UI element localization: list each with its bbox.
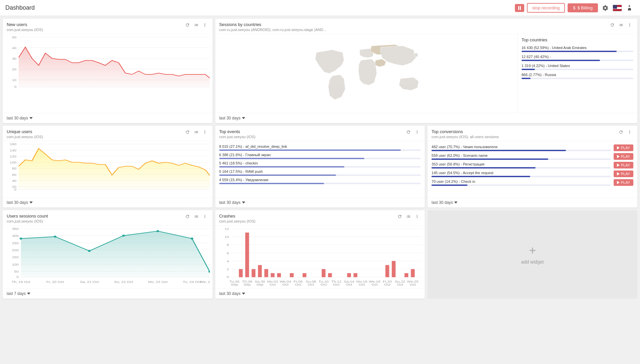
top-events-footer: last 30 days — [215, 197, 425, 208]
crash-x-label: Th,12Oct — [331, 280, 341, 286]
top-conversions-body: 482 user (70.7%) - Чекин пользователя PL… — [427, 141, 637, 197]
svg-text:0: 0 — [227, 275, 229, 278]
crash-x-label: Fr,20Oct — [383, 280, 392, 286]
settings-button[interactable] — [601, 3, 610, 13]
country-bar-bg — [522, 51, 633, 52]
pause-button[interactable] — [515, 4, 524, 12]
country-row: 866 (2.77%) - Russia — [522, 73, 633, 79]
country-bar — [522, 60, 600, 61]
users-sessions-count-refresh-button[interactable] — [184, 214, 191, 220]
users-sessions-count-list-button[interactable] — [193, 214, 200, 220]
crash-bar — [322, 269, 325, 277]
crash-x-label: We,18Oct — [369, 280, 380, 286]
top-conversions-more-button[interactable] — [626, 129, 633, 135]
add-widget-card[interactable]: + add widget — [427, 210, 637, 299]
new-users-more-button[interactable] — [201, 22, 209, 28]
play-button[interactable]: PLAY — [614, 162, 633, 168]
top-events-time-selector[interactable]: last 30 days — [219, 200, 245, 205]
play-button[interactable]: PLAY — [614, 179, 633, 186]
svg-text:350: 350 — [12, 227, 19, 230]
users-sessions-count-header: Users sessions count com.just.seeyou (IO… — [3, 210, 213, 226]
new-users-footer: last 30 days — [3, 113, 213, 123]
users-sessions-count-time-selector[interactable]: last 7 days — [7, 291, 30, 296]
crash-bar — [404, 273, 408, 277]
crash-bar — [252, 269, 255, 277]
svg-point-65 — [156, 230, 159, 232]
crashes-more-button[interactable] — [413, 214, 421, 220]
svg-text:60: 60 — [12, 173, 17, 176]
crash-bar — [290, 273, 293, 277]
stop-recording-button[interactable]: stop recording — [527, 3, 565, 13]
country-label: 16 430 (52.59%) - United Arab Emirates — [522, 46, 633, 50]
svg-text:20: 20 — [12, 68, 16, 71]
svg-point-61 — [20, 238, 22, 240]
svg-text:100: 100 — [10, 161, 16, 164]
unique-users-refresh-button[interactable] — [184, 129, 191, 135]
event-bar — [219, 166, 344, 167]
new-users-time-selector[interactable]: last 30 days — [7, 116, 33, 120]
svg-text:Th, 19 Oct: Th, 19 Oct — [12, 281, 30, 284]
top-conversions-card: Top conversions com.just.seeyou (IOS); a… — [427, 126, 637, 208]
user-icon-button[interactable] — [625, 3, 635, 13]
sessions-countries-list-button[interactable] — [617, 22, 625, 28]
conversion-bar — [431, 176, 530, 177]
add-widget-plus-icon: + — [529, 245, 536, 257]
language-flag[interactable] — [613, 5, 622, 11]
users-sessions-count-footer: last 7 days — [3, 288, 213, 299]
top-events-body: 8 015 (27.1%) - af_did_resolve_deep_link… — [215, 141, 425, 197]
crash-bar — [328, 273, 332, 277]
country-label: 866 (2.77%) - Russia — [522, 73, 633, 77]
svg-text:2: 2 — [227, 268, 229, 271]
crashes-refresh-button[interactable] — [396, 214, 403, 220]
play-button[interactable]: PLAY — [614, 170, 633, 177]
play-button[interactable]: PLAY — [614, 153, 633, 160]
crash-x-label: Su,08Oct — [306, 280, 316, 286]
crash-bar — [347, 273, 351, 277]
conversion-label: 353 user (56.8%) - Регистрация — [431, 162, 611, 166]
crash-bar — [245, 233, 249, 277]
top-events-card: Top events com.just.seeyou (IOS) 8 015 (… — [215, 126, 425, 208]
country-bar-bg — [522, 78, 633, 79]
top-events-more-button[interactable] — [413, 129, 421, 135]
sessions-countries-title: Sessions by countries — [219, 22, 326, 27]
conversion-info: 559 user (62.0%) - Scenario name — [431, 153, 611, 160]
new-users-title: New users — [7, 22, 43, 27]
svg-marker-43 — [19, 148, 210, 190]
country-bar-bg — [522, 60, 633, 61]
unique-users-more-button[interactable] — [201, 129, 209, 135]
top-countries-title: Top countries — [522, 37, 633, 42]
sessions-countries-refresh-button[interactable] — [609, 22, 616, 28]
event-label: 8 015 (27.1%) - af_did_resolve_deep_link — [219, 144, 421, 148]
unique-users-time-selector[interactable]: last 30 days — [7, 200, 33, 205]
new-users-list-button[interactable] — [193, 22, 200, 28]
sessions-countries-footer: last 30 days — [215, 113, 637, 123]
crashes-time-selector[interactable]: last 30 days — [219, 291, 245, 296]
crashes-subtitle: com.just.seeyou (IOS) — [219, 219, 256, 223]
top-events-refresh-button[interactable] — [405, 129, 412, 135]
sessions-countries-more-button[interactable] — [626, 22, 633, 28]
country-label: 1 319 (4.22%) - United States — [522, 64, 633, 68]
crashes-list-button[interactable] — [405, 214, 412, 220]
conversion-bar — [431, 185, 467, 186]
top-events-subtitle: com.just.seeyou (IOS) — [219, 135, 256, 139]
unique-users-header: Unique users com.just.seeyou (IOS) — [3, 126, 213, 141]
dashboard-grid: New users com.just.seeyou (IOS) — [0, 16, 640, 301]
sessions-countries-time-selector[interactable]: last 30 days — [219, 116, 245, 120]
new-users-refresh-button[interactable] — [184, 22, 191, 28]
top-conversions-time-selector[interactable]: last 30 days — [431, 200, 457, 205]
world-map — [215, 34, 517, 113]
crash-bar — [392, 261, 395, 277]
svg-marker-60 — [21, 231, 210, 277]
svg-text:120: 120 — [10, 155, 16, 158]
unique-users-list-button[interactable] — [193, 129, 200, 135]
top-conversions-refresh-button[interactable] — [617, 129, 625, 135]
users-sessions-count-more-button[interactable] — [201, 214, 209, 220]
billing-button[interactable]: $ $ Billing — [568, 3, 598, 12]
conversion-info: 70 user (14.2%) - Check in — [431, 179, 611, 186]
conversion-info: 145 user (54.5%) - Accept the request — [431, 171, 611, 177]
crashes-title: Crashes — [219, 214, 256, 219]
svg-text:40: 40 — [12, 179, 17, 183]
svg-text:250: 250 — [12, 242, 19, 245]
crash-x-label: We,04Oct — [280, 280, 291, 286]
play-button[interactable]: PLAY — [614, 144, 633, 151]
